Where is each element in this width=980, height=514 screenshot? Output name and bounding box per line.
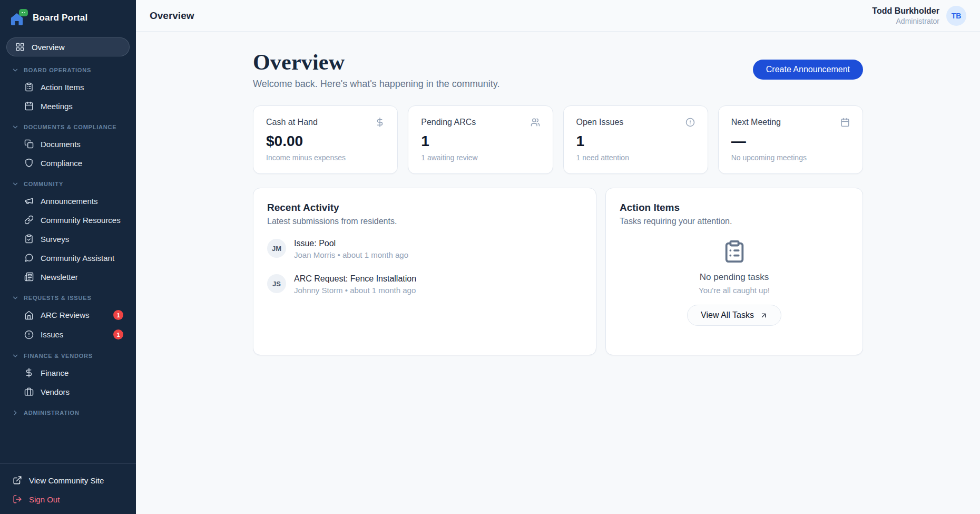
sidebar-item-label: Community Assistant (41, 254, 114, 263)
empty-state: No pending tasks You're all caught up! V… (620, 226, 849, 339)
copy-icon (24, 139, 34, 149)
calendar-icon (24, 101, 34, 111)
stat-caption: 1 awaiting review (421, 153, 540, 162)
alert-circle-icon (24, 330, 34, 340)
activity-meta: Johnny Storm • about 1 month ago (294, 286, 416, 295)
stat-label: Cash at Hand (266, 118, 318, 127)
panels-row: Recent Activity Latest submissions from … (253, 188, 863, 355)
calendar-icon (840, 118, 850, 127)
view-all-tasks-button[interactable]: View All Tasks (687, 305, 781, 326)
top-header: Overview Todd Burkholder Administrator T… (136, 0, 980, 32)
sidebar-section-finance-vendors[interactable]: FINANCE & VENDORS (6, 344, 130, 363)
layout-grid-icon (15, 42, 25, 52)
sidebar-section-label: REQUESTS & ISSUES (24, 295, 92, 301)
link-icon (24, 215, 34, 225)
sidebar-section-label: COMMUNITY (24, 181, 63, 187)
stat-caption: No upcoming meetings (731, 153, 850, 162)
sidebar-item-finance[interactable]: Finance (6, 363, 130, 382)
sidebar-section-label: DOCUMENTS & COMPLIANCE (24, 124, 117, 130)
external-link-icon (13, 476, 22, 485)
message-circle-icon (24, 253, 34, 263)
stat-value: — (731, 133, 850, 150)
sidebar-section-documents-compliance[interactable]: DOCUMENTS & COMPLIANCE (6, 115, 130, 134)
view-community-site-link[interactable]: View Community Site (6, 471, 130, 490)
newspaper-icon (24, 272, 34, 282)
sidebar-item-community-resources[interactable]: Community Resources (6, 210, 130, 229)
log-out-icon (13, 494, 22, 504)
sidebar-item-announcements[interactable]: Announcements (6, 191, 130, 210)
stat-card-pending-arcs: Pending ARCs 1 1 awaiting review (408, 105, 553, 174)
users-icon (531, 118, 540, 127)
chevron-right-icon (12, 409, 19, 416)
stat-card-cash-at-hand: Cash at Hand $0.00 Income minus expenses (253, 105, 398, 174)
sidebar-section-administration[interactable]: ADMINISTRATION (6, 401, 130, 420)
user-name: Todd Burkholder (872, 6, 939, 16)
page-title: Overview (253, 50, 499, 75)
avatar: JS (267, 274, 286, 293)
user-info: Todd Burkholder Administrator (872, 6, 939, 25)
megaphone-icon (24, 196, 34, 206)
page-header: Overview Welcome back. Here's what's hap… (253, 50, 863, 90)
sidebar-item-newsletter[interactable]: Newsletter (6, 267, 130, 286)
sidebar-item-compliance[interactable]: Compliance (6, 153, 130, 172)
panel-title: Recent Activity (267, 202, 582, 214)
sidebar-item-action-items[interactable]: Action Items (6, 77, 130, 96)
briefcase-icon (24, 387, 34, 396)
stat-label: Next Meeting (731, 118, 781, 127)
sign-out-button[interactable]: Sign Out (6, 490, 130, 509)
user-menu[interactable]: Todd Burkholder Administrator TB (872, 6, 966, 26)
sidebar-section-requests-issues[interactable]: REQUESTS & ISSUES (6, 286, 130, 305)
stats-row: Cash at Hand $0.00 Income minus expenses… (253, 105, 863, 174)
arrow-up-right-icon (760, 312, 768, 319)
sidebar-item-documents[interactable]: Documents (6, 134, 130, 153)
shield-icon (24, 158, 34, 168)
sidebar-item-surveys[interactable]: Surveys (6, 229, 130, 248)
clipboard-check-icon (24, 234, 34, 244)
recent-activity-panel: Recent Activity Latest submissions from … (253, 188, 596, 355)
main-area: Overview Todd Burkholder Administrator T… (136, 0, 980, 514)
sidebar-item-community-assistant[interactable]: Community Assistant (6, 248, 130, 267)
activity-list-item[interactable]: JS ARC Request: Fence Installation Johnn… (267, 274, 582, 295)
sidebar-item-label: Finance (41, 368, 68, 377)
button-label: View All Tasks (701, 311, 754, 320)
chevron-down-icon (12, 352, 19, 360)
dollar-icon (24, 368, 34, 377)
sidebar-section-label: BOARD OPERATIONS (24, 67, 91, 73)
create-announcement-button[interactable]: Create Announcement (753, 60, 863, 80)
sidebar-item-issues[interactable]: Issues 1 (6, 325, 130, 344)
sidebar-item-label: Newsletter (41, 273, 78, 282)
avatar: JM (267, 239, 286, 258)
sidebar-footer: View Community Site Sign Out (0, 463, 136, 514)
panel-subtitle: Latest submissions from residents. (267, 217, 582, 226)
chevron-down-icon (12, 294, 19, 302)
footer-link-label: Sign Out (29, 495, 60, 504)
app-logo: Board Portal (0, 0, 136, 33)
sidebar-section-board-operations[interactable]: BOARD OPERATIONS (6, 59, 130, 77)
sidebar-item-overview[interactable]: Overview (6, 37, 130, 56)
clipboard-list-icon (722, 239, 747, 264)
activity-title: Issue: Pool (294, 239, 408, 248)
sidebar-item-label: Meetings (41, 102, 73, 111)
sidebar-section-community[interactable]: COMMUNITY (6, 172, 130, 191)
sidebar-item-vendors[interactable]: Vendors (6, 382, 130, 401)
stat-value: 1 (576, 133, 695, 150)
avatar[interactable]: TB (946, 6, 966, 26)
stat-card-next-meeting: Next Meeting — No upcoming meetings (718, 105, 863, 174)
panel-title: Action Items (620, 202, 849, 214)
stat-label: Pending ARCs (421, 118, 476, 127)
clipboard-list-icon (24, 82, 34, 92)
activity-list-item[interactable]: JM Issue: Pool Joan Morris • about 1 mon… (267, 239, 582, 259)
badge-count: 1 (113, 310, 123, 320)
sidebar-item-arc-reviews[interactable]: ARC Reviews 1 (6, 305, 130, 325)
sidebar-item-label: Issues (41, 330, 63, 339)
sidebar-item-meetings[interactable]: Meetings (6, 96, 130, 115)
board-portal-logo-icon (9, 10, 26, 26)
stat-value: 1 (421, 133, 540, 150)
app-title: Board Portal (33, 13, 87, 23)
sidebar-nav: Overview BOARD OPERATIONS Action Items M… (0, 33, 136, 463)
chevron-down-icon (12, 66, 19, 74)
stat-value: $0.00 (266, 133, 385, 150)
empty-state-title: No pending tasks (700, 272, 769, 283)
empty-state-caption: You're all caught up! (699, 286, 770, 295)
home-icon (24, 311, 34, 320)
